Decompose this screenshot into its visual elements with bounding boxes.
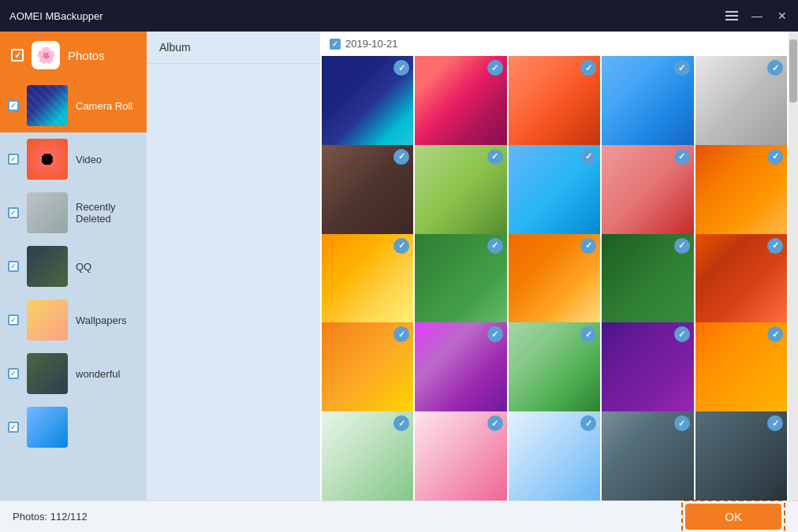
album-item-camera-roll[interactable]: Camera Roll — [0, 79, 147, 132]
sidebar-left: 🌸 Photos Camera Roll ⏺ Video — [0, 32, 147, 500]
photo-cell[interactable] — [322, 322, 413, 414]
album-checkbox-wonderful[interactable] — [8, 368, 19, 379]
date-label: 2019-10-21 — [345, 38, 398, 50]
photo-date-header: 2019-10-21 — [320, 32, 789, 56]
photo-cell[interactable] — [415, 145, 506, 236]
photo-cell[interactable] — [509, 145, 600, 236]
photo-check-icon — [767, 238, 783, 254]
photo-check-icon — [767, 60, 783, 76]
album-checkbox-recently-deleted[interactable] — [8, 207, 19, 218]
photo-cell[interactable] — [602, 411, 693, 500]
main-window: AOMEI MBackupper — ✕ 🌸 Photos Camera — [0, 0, 798, 532]
app-title: AOMEI MBackupper — [9, 10, 725, 22]
photo-check-icon — [487, 149, 503, 165]
photo-cell[interactable] — [695, 234, 787, 326]
list-view-icon[interactable] — [725, 11, 738, 20]
photo-cell[interactable] — [415, 56, 506, 147]
photo-cell[interactable] — [509, 234, 600, 326]
photo-check-icon — [674, 326, 690, 342]
album-item-wallpapers[interactable]: Wallpapers — [0, 293, 147, 347]
photo-cell[interactable] — [415, 234, 506, 326]
photo-cell[interactable] — [602, 145, 693, 236]
ok-button[interactable]: OK — [685, 504, 781, 530]
photo-area: 2019-10-21 — [320, 32, 789, 500]
album-item-recently-deleted[interactable]: Recently Deleted — [0, 186, 147, 240]
date-checkbox[interactable] — [330, 39, 341, 50]
photo-check-icon — [393, 238, 409, 254]
album-checkbox-extra[interactable] — [8, 422, 19, 433]
album-thumb-qq — [27, 246, 68, 287]
album-thumb-wallpapers — [27, 299, 68, 340]
photo-cell[interactable] — [695, 322, 787, 414]
album-thumb-video: ⏺ — [27, 139, 68, 180]
ok-area: OK — [681, 500, 785, 532]
photo-cell[interactable] — [415, 322, 506, 414]
album-name-wonderful: wonderful — [76, 368, 120, 380]
ok-button-wrapper: OK — [681, 500, 785, 532]
photo-check-icon — [674, 60, 690, 76]
photo-check-icon — [580, 149, 596, 165]
album-checkbox-video[interactable] — [8, 154, 19, 165]
main-content: 🌸 Photos Camera Roll ⏺ Video — [0, 32, 798, 500]
photos-icon: 🌸 — [32, 41, 60, 69]
album-checkbox-camera-roll[interactable] — [8, 100, 19, 111]
photo-check-icon — [487, 238, 503, 254]
photo-cell[interactable] — [602, 56, 693, 147]
photo-check-icon — [767, 149, 783, 165]
photos-header[interactable]: 🌸 Photos — [0, 32, 147, 79]
photos-checkbox[interactable] — [11, 49, 24, 61]
status-text: Photos: 112/112 — [13, 511, 88, 523]
minimize-button[interactable]: — — [751, 9, 763, 22]
photo-cell[interactable] — [695, 56, 787, 147]
album-name-recently-deleted: Recently Deleted — [76, 201, 139, 225]
titlebar-controls: — ✕ — [725, 9, 789, 22]
album-list: Camera Roll ⏺ Video Recently Deleted — [0, 79, 147, 500]
photo-cell[interactable] — [322, 234, 413, 326]
photo-grid — [320, 56, 789, 500]
photo-check-icon — [487, 415, 503, 431]
photo-check-icon — [674, 415, 690, 431]
photo-cell[interactable] — [322, 145, 413, 236]
album-thumb-extra — [27, 407, 68, 448]
photo-cell[interactable] — [509, 322, 600, 414]
close-button[interactable]: ✕ — [776, 9, 789, 22]
photo-cell[interactable] — [322, 411, 413, 500]
album-name-qq: QQ — [76, 261, 91, 273]
titlebar: AOMEI MBackupper — ✕ — [0, 0, 798, 32]
bottom-bar: Photos: 112/112 OK — [0, 500, 798, 532]
album-checkbox-qq[interactable] — [8, 261, 19, 272]
scrollbar-thumb[interactable] — [789, 39, 797, 102]
album-checkbox-wallpapers[interactable] — [8, 314, 19, 326]
album-thumb-recently-deleted — [27, 192, 68, 233]
photo-check-icon — [487, 60, 503, 76]
photo-check-icon — [580, 238, 596, 254]
scrollbar[interactable] — [789, 32, 798, 500]
album-item-wonderful[interactable]: wonderful — [0, 347, 147, 400]
album-item-extra[interactable] — [0, 400, 147, 454]
photo-cell[interactable] — [415, 411, 506, 500]
photo-cell[interactable] — [322, 56, 413, 147]
photo-cell[interactable] — [695, 145, 787, 236]
photo-cell[interactable] — [509, 411, 600, 500]
photo-cell[interactable] — [695, 411, 787, 500]
album-thumb-wonderful — [27, 353, 68, 394]
photo-cell[interactable] — [602, 234, 693, 326]
photos-label: Photos — [68, 49, 105, 62]
photo-check-icon — [674, 238, 690, 254]
album-thumb-camera-roll — [27, 85, 68, 126]
album-name-camera-roll: Camera Roll — [76, 100, 132, 112]
album-panel: Album — [147, 32, 320, 500]
album-name-video: Video — [76, 154, 102, 166]
photo-cell[interactable] — [509, 56, 600, 147]
album-item-video[interactable]: ⏺ Video — [0, 132, 147, 186]
photo-cell[interactable] — [602, 322, 693, 414]
album-name-wallpapers: Wallpapers — [76, 314, 127, 326]
album-item-qq[interactable]: QQ — [0, 240, 147, 293]
album-panel-header: Album — [147, 32, 320, 64]
photo-check-icon — [674, 149, 690, 165]
